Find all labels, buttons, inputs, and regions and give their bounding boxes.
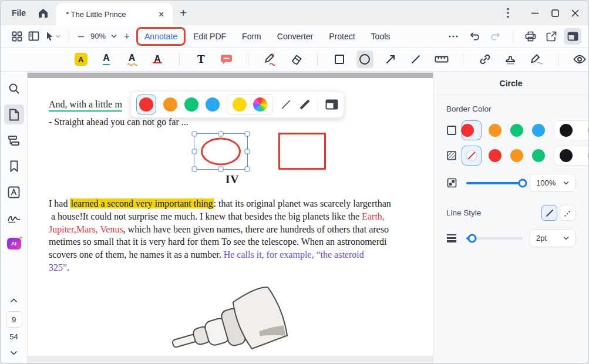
new-tab-button[interactable]: +: [173, 6, 194, 20]
select-cursor-tool[interactable]: [42, 28, 64, 45]
color-orange[interactable]: [163, 97, 177, 112]
eye-visibility-icon[interactable]: [571, 50, 588, 68]
opacity-slider-handle[interactable]: [519, 178, 527, 187]
color-blue[interactable]: [206, 97, 220, 112]
underlined-annotation-text[interactable]: And, with a little m: [49, 99, 122, 112]
eraser-tool-icon[interactable]: [287, 50, 304, 68]
pencil-tool-icon[interactable]: [261, 50, 278, 68]
document-top-scroll-strip[interactable]: [28, 73, 433, 78]
solid-line-style-button[interactable]: [541, 205, 557, 221]
resize-handle[interactable]: [192, 149, 197, 154]
file-menu[interactable]: File: [1, 8, 34, 18]
fill-color-black[interactable]: [560, 149, 573, 162]
thumbnail-grid-icon[interactable]: [9, 28, 25, 45]
redo-button[interactable]: [487, 28, 504, 45]
resize-handle[interactable]: [245, 132, 250, 137]
page-navigator: 9 54: [6, 295, 22, 363]
border-color-blue[interactable]: [532, 124, 545, 137]
color-yellow[interactable]: [233, 97, 247, 112]
page-thumbnails-icon[interactable]: [4, 105, 24, 124]
zoom-level[interactable]: 90%: [90, 32, 106, 41]
resize-handle[interactable]: [192, 132, 197, 137]
circle-tool-icon[interactable]: [356, 50, 373, 68]
fill-color-orange[interactable]: [510, 149, 523, 162]
signature-panel-icon[interactable]: [4, 208, 24, 228]
color-red-selected[interactable]: [136, 95, 156, 114]
zoom-in-button[interactable]: +: [120, 31, 134, 42]
resize-handle[interactable]: [218, 132, 224, 137]
line-width-slider-handle[interactable]: [467, 234, 476, 242]
minimize-button[interactable]: [525, 4, 545, 22]
rectangle-annotation[interactable]: [278, 133, 326, 170]
resize-handle[interactable]: [245, 149, 250, 154]
underline-tool-icon[interactable]: A: [97, 50, 115, 68]
squiggly-letter: A: [127, 53, 137, 66]
menu-converter[interactable]: Converter: [277, 32, 313, 41]
current-page-input[interactable]: 9: [6, 311, 22, 328]
fill-color-green[interactable]: [532, 149, 545, 162]
color-green[interactable]: [184, 97, 198, 112]
annotation-list-icon[interactable]: [4, 182, 24, 202]
zoom-out-button[interactable]: –: [74, 31, 88, 42]
outline-tree-icon[interactable]: [4, 130, 24, 150]
zoom-dropdown-chevron-icon[interactable]: [108, 28, 120, 45]
arrow-tool-icon[interactable]: [382, 50, 399, 68]
purple-text-segment: He calls it, for example, “the asteroid: [224, 250, 364, 259]
home-icon[interactable]: [34, 4, 52, 22]
line-width-slider[interactable]: [466, 237, 523, 240]
menu-form[interactable]: Form: [242, 32, 261, 41]
line-tool-icon[interactable]: [407, 50, 424, 68]
stamp-tool-icon[interactable]: [502, 50, 519, 68]
custom-color-picker[interactable]: [253, 97, 267, 112]
selected-ellipse-annotation[interactable]: [194, 133, 248, 170]
close-button[interactable]: [565, 4, 585, 22]
strikethrough-tool-icon[interactable]: A: [149, 50, 166, 68]
comment-tool-icon[interactable]: [218, 50, 235, 68]
menu-tools[interactable]: Tools: [371, 32, 391, 41]
thick-line-option[interactable]: [299, 99, 311, 110]
ai-assistant-icon[interactable]: AI ✦: [4, 234, 24, 254]
thin-line-option[interactable]: [280, 99, 292, 110]
menu-protect[interactable]: Protect: [329, 32, 355, 41]
rectangle-tool-icon[interactable]: [331, 50, 348, 68]
border-color-green[interactable]: [510, 124, 523, 137]
print-icon[interactable]: [521, 28, 539, 45]
share-export-icon[interactable]: [543, 28, 560, 45]
line-width-select[interactable]: 2pt: [530, 229, 575, 247]
menu-annotate[interactable]: Annotate: [144, 32, 177, 41]
resize-handle[interactable]: [218, 167, 224, 172]
border-color-orange[interactable]: [489, 124, 502, 137]
highlighted-text[interactable]: learned a second very important thing: [70, 198, 213, 208]
split-view-icon[interactable]: [25, 28, 42, 45]
pdf-page[interactable]: And, with a little m - Straight ahead yo…: [28, 78, 433, 356]
highlight-tool-icon[interactable]: A: [72, 50, 89, 68]
resize-handle[interactable]: [245, 167, 250, 172]
kebab-menu-icon[interactable]: [500, 4, 516, 22]
more-tools-icon[interactable]: [445, 28, 462, 45]
previous-page-chevron-icon[interactable]: [10, 295, 18, 305]
tab-close-icon[interactable]: ✕: [156, 9, 167, 20]
undo-button[interactable]: [466, 28, 483, 45]
open-properties-icon[interactable]: [325, 99, 338, 110]
text-tool-icon[interactable]: T: [193, 50, 210, 68]
menu-edit-pdf[interactable]: Edit PDF: [193, 32, 226, 41]
link-tool-icon[interactable]: [476, 50, 493, 68]
opacity-select[interactable]: 100%: [530, 174, 575, 192]
measure-tool-icon[interactable]: [433, 50, 450, 68]
fill-color-red[interactable]: [489, 149, 502, 162]
fill-none-selected[interactable]: [462, 146, 482, 166]
resize-handle[interactable]: [192, 167, 197, 172]
opacity-slider[interactable]: [466, 182, 523, 184]
properties-panel-toggle[interactable]: [564, 28, 581, 45]
border-color-black[interactable]: [560, 124, 573, 137]
ellipse-shape[interactable]: [201, 138, 241, 166]
maximize-button[interactable]: [545, 4, 565, 22]
signature-tool-icon[interactable]: [527, 50, 544, 68]
squiggly-tool-icon[interactable]: A: [123, 50, 140, 68]
search-icon[interactable]: [4, 79, 24, 99]
border-color-red-selected[interactable]: [462, 120, 482, 140]
bookmark-icon[interactable]: [4, 156, 24, 176]
document-tab[interactable]: * The Little Prince ✕: [56, 3, 173, 25]
dashed-line-style-button[interactable]: [560, 205, 575, 221]
next-page-chevron-icon[interactable]: [10, 347, 18, 358]
